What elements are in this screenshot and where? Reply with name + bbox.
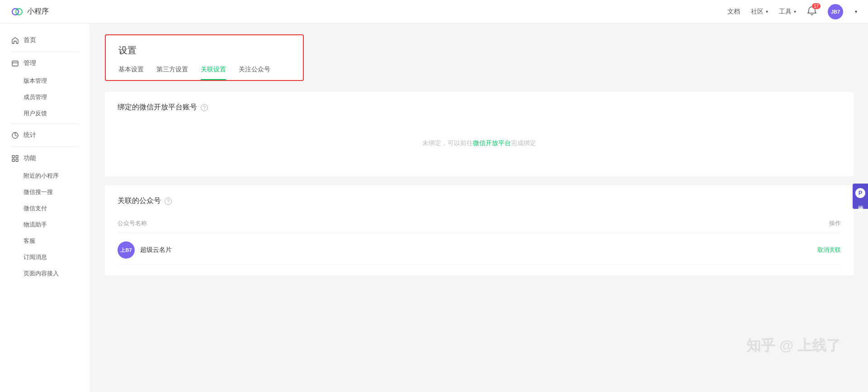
notification-button[interactable]: 17 [807, 6, 817, 17]
top-nav: 小程序 文档 社区 ▾ 工具 ▾ 17 JB7 ▾ [0, 0, 868, 24]
wechat-open-platform-title: 绑定的微信开放平台账号 [118, 103, 197, 112]
sidebar-item-stats[interactable]: 统计 [0, 126, 90, 145]
wechat-open-platform-card: 绑定的微信开放平台账号 ? 未绑定，可以前往微信开放平台完成绑定 [105, 92, 854, 176]
sidebar-stats-label: 统计 [24, 131, 36, 139]
main-content: 设置 基本设置 第三方设置 关联设置 关注公众号 绑定的微信开放平台账号 ? 未… [90, 24, 868, 392]
svg-rect-6 [12, 159, 14, 161]
tab-linked-settings[interactable]: 关联设置 [201, 66, 226, 80]
sidebar-feature-label: 功能 [24, 154, 36, 162]
doc-link[interactable]: 文档 [727, 8, 740, 16]
sidebar-item-feature[interactable]: 功能 [0, 149, 90, 168]
wechat-open-platform-empty: 未绑定，可以前往微信开放平台完成绑定 [118, 121, 841, 165]
sidebar-item-weixin-pay[interactable]: 微信支付 [0, 200, 90, 217]
community-link[interactable]: 社区 ▾ [751, 8, 768, 16]
ops-guide-button[interactable]: P 运营指南 [853, 184, 868, 209]
sidebar: 首页 管理 版本管理 成员管理 用户反馈 统计 [0, 24, 90, 392]
sidebar-item-weixin-search[interactable]: 微信搜一搜 [0, 184, 90, 200]
sidebar-divider-2 [11, 123, 79, 124]
management-icon [11, 59, 19, 67]
table-row: 上B7 超级云名片 取消关联 [118, 236, 841, 264]
stats-icon [11, 131, 19, 139]
sidebar-item-subscribe[interactable]: 订阅消息 [0, 249, 90, 265]
col-name-label: 公众号名称 [118, 219, 147, 227]
settings-tabs: 基本设置 第三方设置 关联设置 关注公众号 [118, 66, 290, 80]
sidebar-home-label: 首页 [24, 36, 36, 44]
logo[interactable]: 小程序 [11, 5, 49, 18]
settings-box: 设置 基本设置 第三方设置 关联设置 关注公众号 [105, 34, 304, 81]
ops-guide-icon: P [855, 188, 865, 198]
community-chevron-icon: ▾ [766, 9, 768, 14]
wechat-open-platform-link[interactable]: 微信开放平台 [473, 139, 511, 146]
sidebar-management-label: 管理 [24, 59, 36, 67]
account-name: 超级云名片 [140, 246, 172, 254]
settings-title: 设置 [118, 44, 290, 57]
sidebar-item-management[interactable]: 管理 [0, 54, 90, 73]
app-layout: 首页 管理 版本管理 成员管理 用户反馈 统计 [0, 24, 868, 392]
tab-third-party[interactable]: 第三方设置 [156, 66, 188, 80]
user-avatar[interactable]: JB7 [828, 4, 843, 19]
linked-account-card: 关联的公众号 ? 公众号名称 操作 上B7 超级云名片 取消关联 [105, 185, 854, 275]
unlink-action[interactable]: 取消关联 [817, 246, 841, 254]
account-avatar: 上B7 [118, 241, 135, 259]
tools-chevron-icon: ▾ [794, 9, 796, 14]
tab-follow-account[interactable]: 关注公众号 [239, 66, 270, 80]
svg-rect-7 [16, 159, 18, 161]
sidebar-item-nearby[interactable]: 附近的小程序 [0, 168, 90, 184]
linked-account-help-icon[interactable]: ? [165, 198, 172, 205]
svg-rect-5 [16, 156, 18, 158]
col-action-label: 操作 [829, 219, 841, 227]
sidebar-item-customer-service[interactable]: 客服 [0, 233, 90, 249]
svg-rect-2 [12, 61, 18, 66]
top-nav-right: 文档 社区 ▾ 工具 ▾ 17 JB7 ▾ [727, 4, 857, 19]
sidebar-item-member[interactable]: 成员管理 [0, 89, 90, 105]
sidebar-divider-1 [11, 52, 79, 52]
sidebar-item-logistics[interactable]: 物流助手 [0, 217, 90, 233]
notification-badge: 17 [812, 3, 821, 9]
feature-icon [11, 154, 19, 162]
sidebar-divider-3 [11, 146, 79, 147]
tools-link[interactable]: 工具 ▾ [779, 8, 796, 16]
linked-account-header: 关联的公众号 ? [118, 196, 841, 206]
sidebar-item-home[interactable]: 首页 [0, 31, 90, 50]
linked-account-title: 关联的公众号 [118, 196, 161, 206]
wechat-open-platform-help-icon[interactable]: ? [201, 104, 208, 111]
user-chevron-icon[interactable]: ▾ [855, 9, 857, 14]
app-name: 小程序 [27, 7, 49, 16]
svg-rect-4 [12, 156, 14, 158]
sidebar-item-feedback[interactable]: 用户反馈 [0, 105, 90, 122]
wechat-open-platform-header: 绑定的微信开放平台账号 ? [118, 103, 841, 112]
sidebar-item-page-content[interactable]: 页面内容接入 [0, 265, 90, 282]
home-icon [11, 36, 19, 44]
sidebar-item-version[interactable]: 版本管理 [0, 73, 90, 89]
logo-icon [11, 5, 24, 18]
table-row-left: 上B7 超级云名片 [118, 241, 172, 259]
tab-basic-settings[interactable]: 基本设置 [118, 66, 144, 80]
ops-guide-label: 运营指南 [857, 201, 864, 204]
table-header: 公众号名称 操作 [118, 215, 841, 232]
